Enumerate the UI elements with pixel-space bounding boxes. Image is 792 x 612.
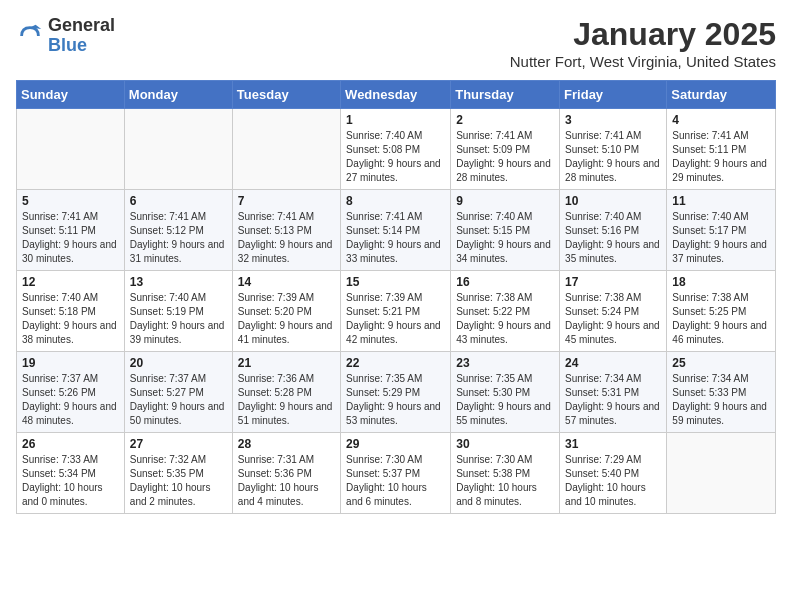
calendar-cell: 3Sunrise: 7:41 AM Sunset: 5:10 PM Daylig… [560, 109, 667, 190]
calendar-cell: 18Sunrise: 7:38 AM Sunset: 5:25 PM Dayli… [667, 271, 776, 352]
logo-general-label: General [48, 16, 115, 36]
calendar-cell: 21Sunrise: 7:36 AM Sunset: 5:28 PM Dayli… [232, 352, 340, 433]
day-number: 23 [456, 356, 554, 370]
day-number: 26 [22, 437, 119, 451]
calendar-cell: 27Sunrise: 7:32 AM Sunset: 5:35 PM Dayli… [124, 433, 232, 514]
calendar-cell: 25Sunrise: 7:34 AM Sunset: 5:33 PM Dayli… [667, 352, 776, 433]
calendar-body: 1Sunrise: 7:40 AM Sunset: 5:08 PM Daylig… [17, 109, 776, 514]
cell-daylight-text: Sunrise: 7:40 AM Sunset: 5:19 PM Dayligh… [130, 291, 227, 347]
day-number: 17 [565, 275, 661, 289]
calendar-cell: 4Sunrise: 7:41 AM Sunset: 5:11 PM Daylig… [667, 109, 776, 190]
cell-daylight-text: Sunrise: 7:40 AM Sunset: 5:08 PM Dayligh… [346, 129, 445, 185]
page-header: General Blue January 2025 Nutter Fort, W… [16, 16, 776, 70]
day-number: 2 [456, 113, 554, 127]
cell-daylight-text: Sunrise: 7:34 AM Sunset: 5:31 PM Dayligh… [565, 372, 661, 428]
calendar-cell: 8Sunrise: 7:41 AM Sunset: 5:14 PM Daylig… [341, 190, 451, 271]
cell-daylight-text: Sunrise: 7:38 AM Sunset: 5:22 PM Dayligh… [456, 291, 554, 347]
cell-daylight-text: Sunrise: 7:40 AM Sunset: 5:17 PM Dayligh… [672, 210, 770, 266]
calendar-cell: 29Sunrise: 7:30 AM Sunset: 5:37 PM Dayli… [341, 433, 451, 514]
weekday-header: Wednesday [341, 81, 451, 109]
calendar-cell: 11Sunrise: 7:40 AM Sunset: 5:17 PM Dayli… [667, 190, 776, 271]
calendar-cell [17, 109, 125, 190]
calendar-cell: 19Sunrise: 7:37 AM Sunset: 5:26 PM Dayli… [17, 352, 125, 433]
calendar-cell: 22Sunrise: 7:35 AM Sunset: 5:29 PM Dayli… [341, 352, 451, 433]
cell-daylight-text: Sunrise: 7:41 AM Sunset: 5:12 PM Dayligh… [130, 210, 227, 266]
calendar-cell: 24Sunrise: 7:34 AM Sunset: 5:31 PM Dayli… [560, 352, 667, 433]
day-number: 28 [238, 437, 335, 451]
cell-daylight-text: Sunrise: 7:31 AM Sunset: 5:36 PM Dayligh… [238, 453, 335, 509]
calendar-cell: 1Sunrise: 7:40 AM Sunset: 5:08 PM Daylig… [341, 109, 451, 190]
day-number: 4 [672, 113, 770, 127]
day-number: 9 [456, 194, 554, 208]
calendar-cell: 12Sunrise: 7:40 AM Sunset: 5:18 PM Dayli… [17, 271, 125, 352]
day-number: 31 [565, 437, 661, 451]
calendar-cell: 13Sunrise: 7:40 AM Sunset: 5:19 PM Dayli… [124, 271, 232, 352]
calendar-cell: 5Sunrise: 7:41 AM Sunset: 5:11 PM Daylig… [17, 190, 125, 271]
calendar-week-row: 1Sunrise: 7:40 AM Sunset: 5:08 PM Daylig… [17, 109, 776, 190]
calendar-cell [667, 433, 776, 514]
cell-daylight-text: Sunrise: 7:34 AM Sunset: 5:33 PM Dayligh… [672, 372, 770, 428]
calendar-week-row: 12Sunrise: 7:40 AM Sunset: 5:18 PM Dayli… [17, 271, 776, 352]
calendar-week-row: 19Sunrise: 7:37 AM Sunset: 5:26 PM Dayli… [17, 352, 776, 433]
calendar-week-row: 5Sunrise: 7:41 AM Sunset: 5:11 PM Daylig… [17, 190, 776, 271]
cell-daylight-text: Sunrise: 7:29 AM Sunset: 5:40 PM Dayligh… [565, 453, 661, 509]
cell-daylight-text: Sunrise: 7:41 AM Sunset: 5:09 PM Dayligh… [456, 129, 554, 185]
day-number: 27 [130, 437, 227, 451]
cell-daylight-text: Sunrise: 7:41 AM Sunset: 5:14 PM Dayligh… [346, 210, 445, 266]
day-number: 30 [456, 437, 554, 451]
cell-daylight-text: Sunrise: 7:30 AM Sunset: 5:37 PM Dayligh… [346, 453, 445, 509]
calendar-cell: 30Sunrise: 7:30 AM Sunset: 5:38 PM Dayli… [451, 433, 560, 514]
logo: General Blue [16, 16, 115, 56]
weekday-header: Thursday [451, 81, 560, 109]
day-number: 13 [130, 275, 227, 289]
day-number: 14 [238, 275, 335, 289]
calendar-cell: 15Sunrise: 7:39 AM Sunset: 5:21 PM Dayli… [341, 271, 451, 352]
day-number: 1 [346, 113, 445, 127]
day-number: 7 [238, 194, 335, 208]
day-number: 6 [130, 194, 227, 208]
cell-daylight-text: Sunrise: 7:40 AM Sunset: 5:15 PM Dayligh… [456, 210, 554, 266]
cell-daylight-text: Sunrise: 7:32 AM Sunset: 5:35 PM Dayligh… [130, 453, 227, 509]
calendar-cell [124, 109, 232, 190]
calendar-cell: 2Sunrise: 7:41 AM Sunset: 5:09 PM Daylig… [451, 109, 560, 190]
calendar-cell: 16Sunrise: 7:38 AM Sunset: 5:22 PM Dayli… [451, 271, 560, 352]
day-number: 11 [672, 194, 770, 208]
calendar-table: SundayMondayTuesdayWednesdayThursdayFrid… [16, 80, 776, 514]
cell-daylight-text: Sunrise: 7:33 AM Sunset: 5:34 PM Dayligh… [22, 453, 119, 509]
day-number: 12 [22, 275, 119, 289]
calendar-cell [232, 109, 340, 190]
cell-daylight-text: Sunrise: 7:41 AM Sunset: 5:13 PM Dayligh… [238, 210, 335, 266]
cell-daylight-text: Sunrise: 7:37 AM Sunset: 5:26 PM Dayligh… [22, 372, 119, 428]
weekday-row: SundayMondayTuesdayWednesdayThursdayFrid… [17, 81, 776, 109]
calendar-subtitle: Nutter Fort, West Virginia, United State… [510, 53, 776, 70]
day-number: 19 [22, 356, 119, 370]
calendar-cell: 10Sunrise: 7:40 AM Sunset: 5:16 PM Dayli… [560, 190, 667, 271]
weekday-header: Friday [560, 81, 667, 109]
calendar-header: SundayMondayTuesdayWednesdayThursdayFrid… [17, 81, 776, 109]
cell-daylight-text: Sunrise: 7:41 AM Sunset: 5:10 PM Dayligh… [565, 129, 661, 185]
day-number: 20 [130, 356, 227, 370]
day-number: 16 [456, 275, 554, 289]
calendar-cell: 17Sunrise: 7:38 AM Sunset: 5:24 PM Dayli… [560, 271, 667, 352]
calendar-week-row: 26Sunrise: 7:33 AM Sunset: 5:34 PM Dayli… [17, 433, 776, 514]
cell-daylight-text: Sunrise: 7:35 AM Sunset: 5:29 PM Dayligh… [346, 372, 445, 428]
calendar-cell: 6Sunrise: 7:41 AM Sunset: 5:12 PM Daylig… [124, 190, 232, 271]
title-block: January 2025 Nutter Fort, West Virginia,… [510, 16, 776, 70]
cell-daylight-text: Sunrise: 7:38 AM Sunset: 5:25 PM Dayligh… [672, 291, 770, 347]
calendar-cell: 14Sunrise: 7:39 AM Sunset: 5:20 PM Dayli… [232, 271, 340, 352]
cell-daylight-text: Sunrise: 7:41 AM Sunset: 5:11 PM Dayligh… [22, 210, 119, 266]
day-number: 3 [565, 113, 661, 127]
day-number: 15 [346, 275, 445, 289]
weekday-header: Saturday [667, 81, 776, 109]
calendar-cell: 20Sunrise: 7:37 AM Sunset: 5:27 PM Dayli… [124, 352, 232, 433]
calendar-title: January 2025 [510, 16, 776, 53]
day-number: 5 [22, 194, 119, 208]
weekday-header: Monday [124, 81, 232, 109]
calendar-cell: 7Sunrise: 7:41 AM Sunset: 5:13 PM Daylig… [232, 190, 340, 271]
cell-daylight-text: Sunrise: 7:39 AM Sunset: 5:20 PM Dayligh… [238, 291, 335, 347]
cell-daylight-text: Sunrise: 7:39 AM Sunset: 5:21 PM Dayligh… [346, 291, 445, 347]
day-number: 21 [238, 356, 335, 370]
calendar-cell: 31Sunrise: 7:29 AM Sunset: 5:40 PM Dayli… [560, 433, 667, 514]
logo-icon [16, 22, 44, 50]
cell-daylight-text: Sunrise: 7:40 AM Sunset: 5:18 PM Dayligh… [22, 291, 119, 347]
